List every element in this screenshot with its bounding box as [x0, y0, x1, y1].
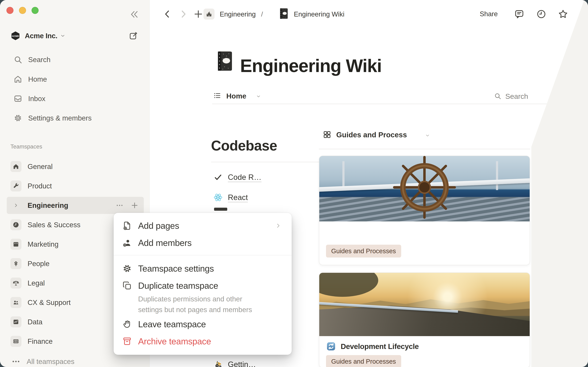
view-search-label[interactable]: Search	[505, 92, 528, 100]
notebook-icon	[279, 8, 289, 20]
breadcrumb-page[interactable]: Engineering Wiki	[294, 10, 344, 18]
collapse-sidebar-icon[interactable]	[130, 9, 139, 19]
chevron-down-icon[interactable]	[425, 133, 430, 138]
banknote-icon	[10, 336, 21, 347]
people-icon	[10, 297, 21, 308]
forward-icon[interactable]	[178, 9, 189, 19]
menu-item-teamspace-settings[interactable]: Teamspace settings	[117, 260, 288, 277]
card-development-lifecycle[interactable]: Development Lifecycle Guides and Process…	[319, 273, 530, 367]
menu-item-add-members[interactable]: Add members	[117, 234, 288, 251]
chevron-down-icon	[60, 33, 65, 38]
comments-icon[interactable]	[514, 9, 524, 19]
back-icon[interactable]	[162, 9, 173, 19]
archive-icon	[122, 336, 132, 346]
page-link-code-review[interactable]: Code R…	[213, 172, 261, 183]
card-tag[interactable]: Guides and Processes	[326, 355, 401, 367]
sidebar-teamspace-general[interactable]: General	[7, 158, 144, 175]
chevron-right-icon[interactable]	[10, 200, 21, 211]
tabs-divider	[212, 104, 588, 104]
view-tab-home[interactable]: Home	[226, 92, 246, 100]
workspace-switcher[interactable]: ACME Acme Inc.	[7, 30, 142, 42]
menu-item-leave-teamspace[interactable]: Leave teamspace	[117, 316, 288, 333]
menu-divider	[114, 255, 292, 255]
gear-icon	[13, 114, 22, 123]
gallery-grid-icon	[323, 130, 331, 139]
workspace-logo: ACME	[10, 31, 20, 41]
tractor-icon	[213, 359, 223, 367]
sidebar-item-inbox[interactable]: Inbox	[6, 91, 143, 106]
teamspace-add-page-icon[interactable]	[131, 201, 138, 209]
gear-icon	[122, 264, 132, 273]
search-icon[interactable]	[494, 92, 501, 100]
waving-hand-icon	[122, 319, 132, 329]
card-cover-ship-wheel	[319, 156, 530, 221]
add-page-icon	[122, 221, 132, 231]
history-clock-icon[interactable]	[536, 9, 546, 19]
chevron-down-icon[interactable]	[256, 94, 261, 99]
sidebar-item-settings[interactable]: Settings & members	[6, 110, 143, 126]
svg-text:ACME: ACME	[12, 35, 19, 37]
hidden-link-fragment	[214, 208, 227, 211]
scales-icon	[10, 277, 21, 289]
window-controls	[6, 7, 39, 14]
search-icon	[13, 55, 22, 64]
checkmark-icon	[213, 172, 223, 182]
inbox-icon	[13, 94, 22, 103]
card-cover-road-sunset	[319, 273, 530, 336]
home-icon	[13, 75, 22, 84]
page-notebook-icon[interactable]	[216, 50, 234, 73]
sidebar-teamspace-engineering[interactable]: Engineering	[7, 197, 144, 214]
house-icon	[10, 161, 21, 172]
storefront-icon	[10, 239, 21, 250]
minimize-window-button[interactable]	[19, 7, 26, 14]
ship-wheel-graphic	[389, 156, 460, 221]
cycle-icon	[326, 341, 336, 351]
sidebar-item-all-teamspaces[interactable]: All teamspaces	[7, 353, 144, 367]
close-window-button[interactable]	[6, 7, 13, 14]
add-member-icon	[122, 238, 132, 248]
codebase-heading: Codebase	[211, 138, 277, 154]
menu-item-add-pages[interactable]: Add pages	[117, 217, 288, 234]
wrench-icon	[10, 180, 21, 192]
teamspace-context-menu: Add pages Add members Teamspace settings…	[114, 213, 292, 355]
duplicate-icon	[122, 281, 132, 291]
sidebar-teamspace-product[interactable]: Product	[7, 177, 144, 194]
card-how-to-deploy[interactable]: How to Deploy Guides and Processes	[319, 156, 530, 265]
menu-item-archive-teamspace[interactable]: Archive teamspace	[117, 333, 288, 350]
more-options-icon[interactable]	[578, 9, 588, 19]
workspace-name: Acme Inc.	[25, 32, 57, 40]
gallery-divider	[319, 149, 530, 149]
new-tab-plus-icon[interactable]	[193, 9, 204, 19]
ellipsis-icon	[11, 357, 21, 366]
clock-icon	[10, 219, 21, 230]
breadcrumb-separator: /	[261, 10, 263, 18]
react-icon	[213, 192, 223, 202]
sidebar-item-home[interactable]: Home	[6, 71, 143, 87]
zoom-window-button[interactable]	[32, 7, 39, 14]
list-view-icon	[213, 92, 221, 100]
teamspaces-section-label: Teamspaces	[10, 143, 42, 150]
gallery-heading[interactable]: Guides and Process	[336, 131, 407, 139]
sidebar-item-search[interactable]: Search	[6, 52, 143, 67]
flower-icon	[10, 258, 21, 269]
page-link-getting-started[interactable]: Gettin…	[213, 359, 256, 367]
page-title: Engineering Wiki	[240, 55, 381, 76]
app-window: ACME Acme Inc. Search Home	[0, 0, 588, 367]
new-page-icon[interactable]	[129, 31, 138, 40]
breadcrumb-space[interactable]: Engineering	[220, 10, 256, 18]
card-title-row: Development Lifecycle	[326, 341, 419, 351]
card-tag[interactable]: Guides and Processes	[326, 245, 401, 258]
chevron-right-icon	[275, 223, 281, 229]
teamspace-more-icon[interactable]	[116, 201, 124, 209]
teamspace-building-icon[interactable]	[204, 8, 215, 20]
share-button[interactable]: Share	[480, 10, 498, 18]
favorite-star-icon[interactable]	[558, 9, 568, 19]
page-link-react[interactable]: React	[213, 192, 248, 203]
menu-item-duplicate-teamspace[interactable]: Duplicate teamspace	[117, 277, 288, 294]
chart-icon	[10, 316, 21, 327]
duplicate-description: Duplicates permissions and other setting…	[138, 294, 261, 315]
